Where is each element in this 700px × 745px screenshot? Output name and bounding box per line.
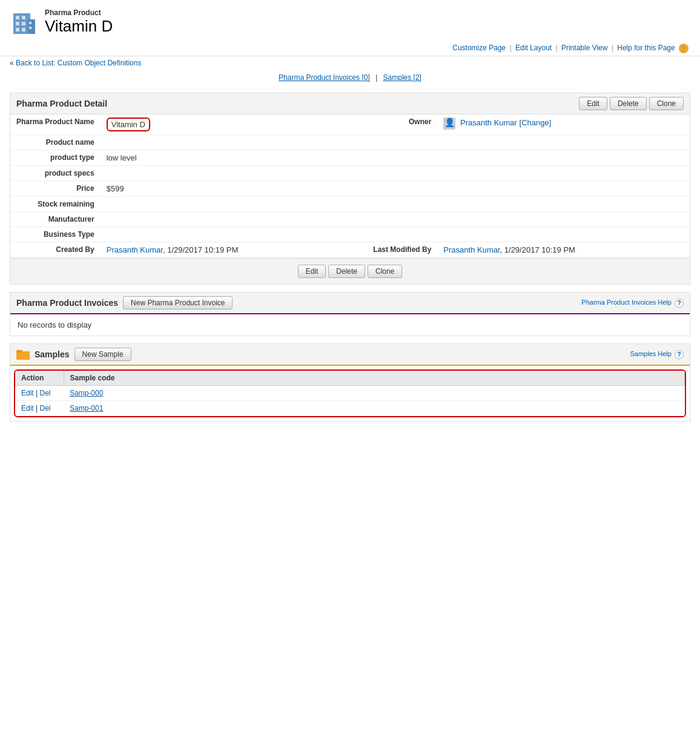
name-owner-row: Pharma Product Name Vitamin D Owner Pras… <box>10 114 690 135</box>
svg-rect-4 <box>22 22 25 25</box>
samples-header: Samples New Sample Samples Help ? <box>10 344 690 366</box>
product-specs-row: product specs <box>10 166 690 181</box>
svg-rect-10 <box>16 351 30 360</box>
product-type-label: product type <box>10 150 101 166</box>
manufacturer-value <box>101 212 690 227</box>
pharma-name-label: Pharma Product Name <box>10 114 101 135</box>
folder-icon <box>16 348 30 361</box>
page-header: Pharma Product Vitamin D <box>0 0 700 41</box>
sample-code-link-0[interactable]: Samp-000 <box>70 389 103 397</box>
svg-rect-1 <box>16 16 19 19</box>
samples-help-link[interactable]: Samples Help <box>630 350 671 357</box>
edit-sample-link-1[interactable]: Edit <box>21 404 34 412</box>
product-name-value <box>101 135 690 150</box>
tab-separator: | <box>375 73 379 82</box>
product-specs-label: product specs <box>10 166 101 181</box>
invoices-help-area: Pharma Product Invoices Help ? <box>581 299 684 308</box>
invoices-section: Pharma Product Invoices New Pharma Produ… <box>10 292 690 336</box>
owner-name-link[interactable]: Prasanth Kumar <box>460 118 517 127</box>
samples-help-area: Samples Help ? <box>630 350 684 359</box>
invoices-help-link[interactable]: Pharma Product Invoices Help <box>581 299 672 306</box>
clone-button-top[interactable]: Clone <box>649 97 684 110</box>
header-title: Vitamin D <box>45 17 113 36</box>
stock-value <box>101 197 690 212</box>
product-type-row: product type low level <box>10 150 690 166</box>
del-sample-link-1[interactable]: Del <box>39 404 50 412</box>
price-label: Price <box>10 181 101 197</box>
pipe-2: | <box>555 44 557 52</box>
delete-button-bottom[interactable]: Delete <box>328 265 365 278</box>
business-type-label: Business Type <box>10 227 101 242</box>
invoices-header: Pharma Product Invoices New Pharma Produ… <box>10 293 690 314</box>
breadcrumb: « Back to List: Custom Object Definition… <box>0 56 700 70</box>
created-by-link[interactable]: Prasanth Kumar <box>107 245 163 254</box>
col-action-header: Action <box>15 371 64 386</box>
invoices-tab-link[interactable]: Pharma Product Invoices [0] <box>279 73 370 82</box>
printable-view-link[interactable]: Printable View <box>561 44 608 52</box>
last-modified-label: Last Modified By <box>352 242 437 258</box>
created-by-value: Prasanth Kumar, 1/29/2017 10:19 PM <box>101 242 353 258</box>
del-sample-link-0[interactable]: Del <box>39 389 50 397</box>
detail-section: Pharma Product Detail Edit Delete Clone … <box>10 93 690 285</box>
detail-top-buttons: Edit Delete Clone <box>579 97 684 110</box>
stock-row: Stock remaining <box>10 197 690 212</box>
samples-header-left: Samples New Sample <box>16 348 131 361</box>
customize-page-link[interactable]: Customize Page <box>452 44 506 52</box>
last-modified-value: Prasanth Kumar, 1/29/2017 10:19 PM <box>437 242 690 258</box>
invoices-header-left: Pharma Product Invoices New Pharma Produ… <box>16 296 233 310</box>
product-name-label: Product name <box>10 135 101 150</box>
product-specs-value <box>101 166 690 181</box>
manufacturer-row: Manufacturer <box>10 212 690 227</box>
pipe-3: | <box>612 44 613 52</box>
manufacturer-label: Manufacturer <box>10 212 101 227</box>
back-to-list-link[interactable]: Back to List: Custom Object Definitions <box>16 59 141 67</box>
samples-table: Action Sample code Edit | Del Samp-000 E… <box>15 371 685 416</box>
col-sample-code-header: Sample code <box>64 371 685 386</box>
last-modified-link[interactable]: Prasanth Kumar <box>443 245 500 254</box>
invoices-section-title: Pharma Product Invoices <box>16 298 118 308</box>
samples-table-row: Edit | Del Samp-001 <box>15 401 685 416</box>
action-cell: Edit | Del <box>15 386 64 401</box>
product-icon <box>10 8 39 38</box>
edit-layout-link[interactable]: Edit Layout <box>515 44 552 52</box>
sample-code-cell: Samp-000 <box>64 386 685 401</box>
header-subtitle: Pharma Product <box>45 8 113 17</box>
clone-button-bottom[interactable]: Clone <box>368 265 402 278</box>
svg-rect-6 <box>22 28 25 31</box>
samples-tab-link[interactable]: Samples [2] <box>383 73 421 82</box>
related-tabs: Pharma Product Invoices [0] | Samples [2… <box>0 70 700 88</box>
action-cell: Edit | Del <box>15 401 64 416</box>
change-owner-link[interactable]: [Change] <box>520 118 552 127</box>
edit-sample-link-0[interactable]: Edit <box>21 389 34 397</box>
created-by-label: Created By <box>10 242 101 258</box>
no-records-message: No records to display <box>10 314 690 336</box>
samples-table-row: Edit | Del Samp-000 <box>15 386 685 401</box>
delete-button-top[interactable]: Delete <box>610 97 647 110</box>
new-sample-button[interactable]: New Sample <box>74 348 131 361</box>
pipe-1: | <box>510 44 512 52</box>
samples-section-title: Samples <box>35 349 70 359</box>
svg-rect-5 <box>16 28 19 31</box>
created-modified-row: Created By Prasanth Kumar, 1/29/2017 10:… <box>10 242 690 258</box>
svg-rect-2 <box>22 16 25 19</box>
header-text-block: Pharma Product Vitamin D <box>45 8 113 36</box>
sample-code-link-1[interactable]: Samp-001 <box>70 404 103 412</box>
owner-label: Owner <box>352 114 437 135</box>
samples-table-header-row: Action Sample code <box>15 371 685 386</box>
bottom-btn-group: Edit Delete Clone <box>16 265 684 278</box>
breadcrumb-prefix: « <box>10 59 14 67</box>
invoices-help-icon[interactable]: ? <box>675 299 684 308</box>
detail-section-title: Pharma Product Detail <box>16 99 107 108</box>
samples-help-icon[interactable]: ? <box>675 350 684 359</box>
edit-button-bottom[interactable]: Edit <box>298 265 326 278</box>
stock-label: Stock remaining <box>10 197 101 212</box>
pharma-name-highlighted: Vitamin D <box>107 118 150 131</box>
business-type-row: Business Type <box>10 227 690 242</box>
help-icon[interactable]: ? <box>679 44 688 53</box>
help-link[interactable]: Help for this Page <box>617 44 675 52</box>
top-nav: Customize Page | Edit Layout | Printable… <box>0 41 700 56</box>
svg-rect-11 <box>16 350 22 353</box>
detail-table: Pharma Product Name Vitamin D Owner Pras… <box>10 114 690 258</box>
edit-button-top[interactable]: Edit <box>579 97 607 110</box>
new-invoice-button[interactable]: New Pharma Product Invoice <box>123 296 233 310</box>
